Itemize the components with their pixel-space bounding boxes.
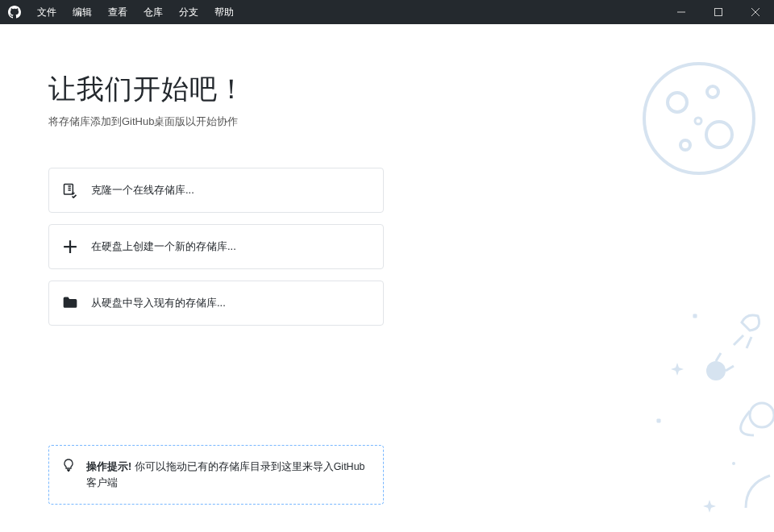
titlebar: 文件 编辑 查看 仓库 分支 帮助: [0, 0, 774, 24]
tip-text: 操作提示! 你可以拖动已有的存储库目录到这里来导入GitHub客户端: [86, 459, 370, 491]
window-controls: [663, 0, 774, 24]
add-label: 从硬盘中导入现有的存储库...: [91, 296, 226, 310]
menu-branch[interactable]: 分支: [173, 2, 205, 23]
github-logo-icon: [8, 6, 21, 19]
menu-repository[interactable]: 仓库: [137, 2, 169, 23]
svg-point-15: [732, 462, 735, 465]
menu-bar: 文件 编辑 查看 仓库 分支 帮助: [31, 2, 240, 23]
drag-drop-tip[interactable]: 操作提示! 你可以拖动已有的存储库目录到这里来导入GitHub客户端: [48, 445, 384, 505]
close-button[interactable]: [737, 0, 774, 24]
welcome-screen: 让我们开始吧！ 将存储库添加到GitHub桌面版以开始协作 克隆一个在线存储库.…: [0, 24, 774, 532]
space-decoration: [629, 290, 774, 532]
svg-point-10: [695, 118, 701, 124]
create-repository-button[interactable]: 在硬盘上创建一个新的存储库...: [48, 224, 384, 269]
menu-file[interactable]: 文件: [31, 2, 63, 23]
menu-help[interactable]: 帮助: [208, 2, 240, 23]
folder-icon: [62, 295, 78, 311]
menu-edit[interactable]: 编辑: [66, 2, 98, 23]
maximize-button[interactable]: [700, 0, 737, 24]
svg-point-14: [750, 403, 774, 427]
moon-illustration: [639, 58, 759, 179]
repository-options: 克隆一个在线存储库... 在硬盘上创建一个新的存储库... 从硬盘中导入现有的存…: [48, 168, 384, 326]
clone-repository-button[interactable]: 克隆一个在线存储库...: [48, 168, 384, 213]
svg-rect-1: [715, 9, 722, 16]
svg-point-9: [680, 140, 690, 150]
menu-view[interactable]: 查看: [102, 2, 134, 23]
svg-point-13: [706, 361, 726, 380]
plus-icon: [62, 239, 78, 255]
minimize-button[interactable]: [663, 0, 700, 24]
svg-line-12: [747, 337, 751, 348]
svg-point-7: [707, 86, 718, 98]
create-label: 在硬盘上创建一个新的存储库...: [91, 239, 236, 254]
clone-icon: [62, 182, 78, 198]
svg-point-8: [706, 122, 732, 148]
svg-line-11: [734, 335, 743, 345]
lightbulb-icon: [62, 459, 77, 491]
tip-label: 操作提示!: [86, 461, 131, 472]
add-repository-button[interactable]: 从硬盘中导入现有的存储库...: [48, 281, 384, 326]
svg-point-6: [668, 93, 687, 112]
clone-label: 克隆一个在线存储库...: [91, 183, 194, 197]
